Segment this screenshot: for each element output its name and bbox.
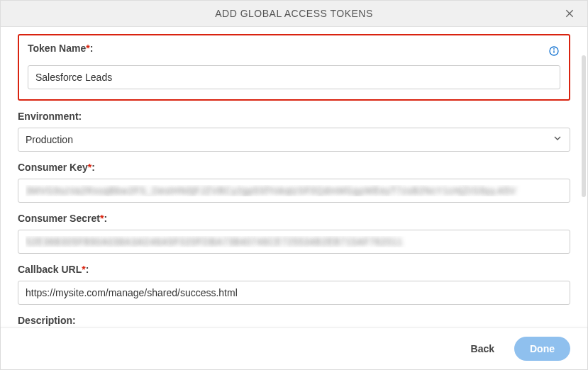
token-name-input[interactable] <box>28 65 560 89</box>
info-icon[interactable] <box>548 45 560 57</box>
add-global-access-tokens-modal: ADD GLOBAL ACCESS TOKENS Token Name*: En… <box>0 0 588 370</box>
label-colon: : <box>104 213 107 224</box>
close-icon <box>564 8 575 19</box>
label-colon: : <box>90 43 94 54</box>
callback-url-label-text: Callback URL <box>18 264 82 275</box>
done-button[interactable]: Done <box>514 337 570 361</box>
description-label: Description: <box>18 315 570 326</box>
modal-footer: Back Done <box>1 327 587 369</box>
environment-label: Environment: <box>18 111 570 122</box>
consumer-key-label-text: Consumer Key <box>18 162 88 173</box>
consumer-secret-label-text: Consumer Secret <box>18 213 100 224</box>
environment-select-wrap: Production <box>18 128 570 152</box>
consumer-key-group: Consumer Key*: <box>18 162 570 203</box>
callback-url-input[interactable] <box>18 281 570 305</box>
consumer-secret-input[interactable] <box>18 230 570 254</box>
callback-url-group: Callback URL*: <box>18 264 570 305</box>
token-name-group-highlight: Token Name*: <box>18 34 570 101</box>
environment-group: Environment: Production <box>18 111 570 152</box>
back-button[interactable]: Back <box>462 337 503 360</box>
consumer-secret-group: Consumer Secret*: <box>18 213 570 254</box>
close-button[interactable] <box>563 7 576 20</box>
token-name-label-text: Token Name <box>28 43 86 54</box>
environment-select[interactable]: Production <box>18 128 570 152</box>
token-name-label-row: Token Name*: <box>28 43 560 60</box>
modal-header: ADD GLOBAL ACCESS TOKENS <box>1 1 587 27</box>
token-name-label: Token Name*: <box>28 43 93 54</box>
scrollbar[interactable] <box>582 55 586 197</box>
callback-url-label: Callback URL*: <box>18 264 570 275</box>
consumer-secret-label: Consumer Secret*: <box>18 213 570 224</box>
label-colon: : <box>86 264 89 275</box>
modal-body: Token Name*: Environment: Production Con… <box>1 27 587 327</box>
description-group: Description: <box>18 315 570 327</box>
consumer-key-input[interactable] <box>18 179 570 203</box>
consumer-key-label: Consumer Key*: <box>18 162 570 173</box>
svg-point-4 <box>554 49 555 50</box>
modal-title: ADD GLOBAL ACCESS TOKENS <box>215 8 373 19</box>
label-colon: : <box>91 162 95 173</box>
